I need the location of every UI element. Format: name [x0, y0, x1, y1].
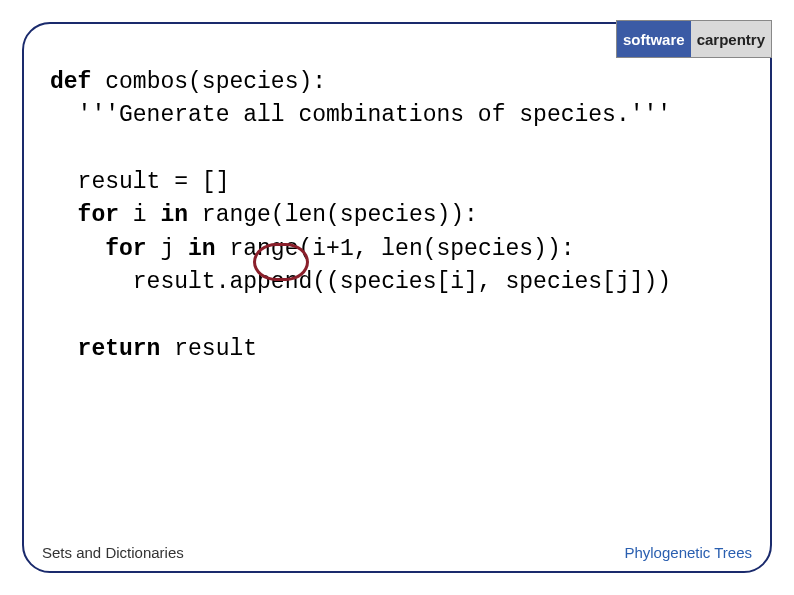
footer-left: Sets and Dictionaries	[42, 544, 184, 561]
code-text: combos(species):	[91, 69, 326, 95]
code-docstring: '''Generate all combinations of species.…	[50, 102, 671, 128]
keyword-for: for	[50, 202, 119, 228]
code-text: result = []	[50, 169, 229, 195]
footer-right: Phylogenetic Trees	[624, 544, 752, 561]
logo-text-software: software	[623, 32, 685, 47]
code-text: range(len(species)):	[188, 202, 478, 228]
code-text: result	[160, 336, 257, 362]
keyword-def: def	[50, 69, 91, 95]
highlight-oval	[253, 243, 309, 281]
code-text: result.append((species[i], species[j]))	[50, 269, 671, 295]
code-block: def combos(species): '''Generate all com…	[50, 66, 671, 366]
keyword-in: in	[160, 202, 188, 228]
slide-footer: Sets and Dictionaries Phylogenetic Trees	[42, 544, 752, 561]
logo-text-carpentry: carpentry	[697, 31, 765, 48]
logo-right-panel: carpentry	[691, 21, 771, 57]
logo-left-panel: software	[617, 21, 691, 57]
code-text: j	[147, 236, 188, 262]
keyword-for: for	[50, 236, 147, 262]
logo-badge: software carpentry	[616, 20, 772, 58]
code-text: i	[119, 202, 160, 228]
keyword-return: return	[50, 336, 160, 362]
keyword-in: in	[188, 236, 216, 262]
